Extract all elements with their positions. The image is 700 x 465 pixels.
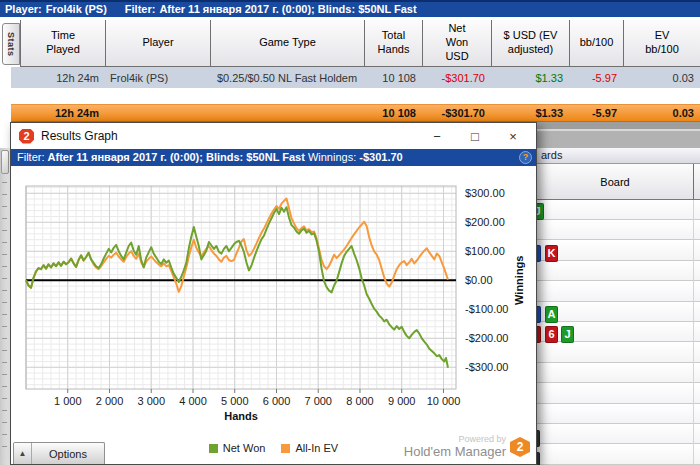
hand-row[interactable] — [537, 424, 700, 444]
hand-row[interactable] — [537, 241, 700, 261]
hand-row[interactable] — [537, 404, 700, 424]
ruler-tick — [2, 374, 7, 375]
window-controls: −□× — [418, 123, 532, 149]
y-tick-label: -$100.00 — [465, 303, 508, 315]
legend-item-all-in-ev: All-In EV — [281, 442, 338, 454]
column-header--usd-ev-adjusted-[interactable]: $ USD (EV adjusted) — [492, 20, 570, 66]
legend-swatch — [209, 444, 218, 453]
cell: -$301.70 — [422, 72, 491, 84]
column-header-net-won-usd[interactable]: Net Won USD — [423, 20, 492, 66]
cell: 0.03 — [623, 72, 700, 84]
x-axis-label: Hands — [224, 410, 258, 422]
x-tick-label: 1 000 — [54, 395, 82, 407]
legend-item-net-won: Net Won — [209, 442, 266, 454]
hand-row[interactable] — [537, 200, 700, 220]
board-header-label: Board — [537, 176, 693, 188]
x-tick-label: 4 000 — [179, 395, 207, 407]
ruler-tick — [2, 194, 7, 195]
table-row-player[interactable]: 12h 24mFrol4ik (PS)$0.25/$0.50 NL Fast H… — [11, 67, 700, 88]
ruler-tick — [2, 362, 7, 363]
column-header-board[interactable]: Board — [537, 164, 700, 200]
hand-row[interactable] — [537, 445, 700, 465]
status-bar: Player:Frol4ik (PS)Filter:After 11 январ… — [0, 0, 700, 17]
playing-card-A: A — [545, 306, 558, 323]
x-tick-label: 6 000 — [263, 395, 291, 407]
ruler-tick — [2, 314, 7, 315]
hand-row[interactable] — [537, 220, 700, 240]
results-graph-dialog: 2 Results Graph −□× Filter: After 11 янв… — [10, 122, 537, 465]
results-chart: 1 0002 0003 0004 0005 0006 0007 0008 000… — [11, 166, 538, 431]
cell: 12h 24m — [11, 107, 105, 119]
tab-stats-label: Stats — [6, 32, 16, 57]
column-header-bb-100[interactable]: bb/100 — [570, 20, 624, 66]
ruler-tick — [2, 398, 7, 399]
cell: 12h 24m — [11, 72, 105, 84]
x-tick-label: 9 000 — [388, 395, 416, 407]
ruler-tick — [2, 434, 7, 435]
toolbar-remnant — [537, 122, 700, 148]
x-tick-label: 3 000 — [137, 395, 165, 407]
hm2-main-window: Player:Frol4ik (PS)Filter:After 11 январ… — [0, 0, 700, 465]
ruler-tick — [2, 326, 7, 327]
hand-row[interactable] — [537, 384, 700, 404]
cell: $1.33 — [491, 107, 569, 119]
column-header-player[interactable]: Player — [106, 20, 211, 66]
hands-board-panel: ards Board JKA6J — [537, 122, 700, 465]
maximize-button[interactable]: □ — [456, 123, 494, 149]
winnings-value: -$301.70 — [359, 151, 402, 163]
player-value: Frol4ik (PS) — [46, 3, 107, 15]
playing-card-K: K — [545, 245, 558, 262]
cell: -$301.70 — [422, 107, 491, 119]
hand-row[interactable] — [537, 282, 700, 302]
column-header-game-type[interactable]: Game Type — [211, 20, 365, 66]
y-tick-label: $200.00 — [465, 216, 505, 228]
y-tick-label: $100.00 — [465, 245, 505, 257]
hm2-badge-icon: 2 — [510, 437, 530, 457]
hand-row[interactable] — [537, 261, 700, 281]
x-tick-label: 10 000 — [427, 395, 461, 407]
hm2-logo-icon: 2 — [19, 129, 34, 144]
y-tick-label: -$300.00 — [465, 361, 508, 373]
tab-stats[interactable]: Stats — [2, 23, 20, 65]
column-header-total-hands[interactable]: Total Hands — [365, 20, 423, 66]
help-icon[interactable]: ? — [519, 151, 532, 164]
dialog-filter-label: Filter: — [17, 151, 45, 163]
minimize-button[interactable]: − — [418, 123, 456, 149]
hand-row[interactable] — [537, 302, 700, 322]
cell: $1.33 — [491, 72, 569, 84]
ruler-tick — [2, 350, 7, 351]
options-button-label: Options — [32, 448, 104, 460]
ruler-tick — [2, 278, 7, 279]
y-tick-label: $0.00 — [465, 274, 493, 286]
column-header-time-played[interactable]: Time Played — [21, 20, 106, 66]
dialog-filter-bar: Filter: After 11 января 2017 г. (0:00); … — [11, 149, 536, 166]
close-button[interactable]: × — [494, 123, 532, 149]
dialog-title-bar[interactable]: 2 Results Graph −□× — [11, 123, 536, 149]
dialog-filter-value: After 11 января 2017 г. (0:00); Blinds: … — [48, 151, 305, 163]
cell: -5.97 — [569, 72, 623, 84]
cell: 10 108 — [364, 107, 422, 119]
legend-label: All-In EV — [295, 442, 338, 454]
hand-row[interactable] — [537, 343, 700, 363]
filter-value: After 11 января 2017 г. (0:00); Blinds: … — [159, 3, 416, 15]
ruler-tick — [2, 218, 7, 219]
ruler-tick — [2, 338, 7, 339]
cell: -5.97 — [569, 107, 623, 119]
ruler-tick — [2, 422, 7, 423]
x-tick-label: 2 000 — [96, 395, 124, 407]
column-header-ev-bb-100[interactable]: EV bb/100 — [624, 20, 700, 66]
player-label: Player: — [5, 3, 42, 15]
scrollbar-thumb[interactable] — [1, 150, 9, 174]
ruler-tick — [2, 302, 7, 303]
options-button[interactable]: ▲ Options — [13, 442, 105, 464]
table-row-summary: 12h 24m10 108-$301.70$1.33-5.970.03 — [11, 104, 700, 122]
expand-arrow-icon: ▲ — [14, 443, 32, 464]
cell: 0.03 — [623, 107, 700, 119]
cards-section-label: ards — [541, 149, 562, 161]
y-axis-label: Winnings — [513, 256, 525, 305]
hand-row[interactable] — [537, 363, 700, 383]
ruler-tick — [2, 410, 7, 411]
ruler-tick — [2, 230, 7, 231]
legend-label: Net Won — [223, 442, 266, 454]
ruler-tick — [2, 290, 7, 291]
